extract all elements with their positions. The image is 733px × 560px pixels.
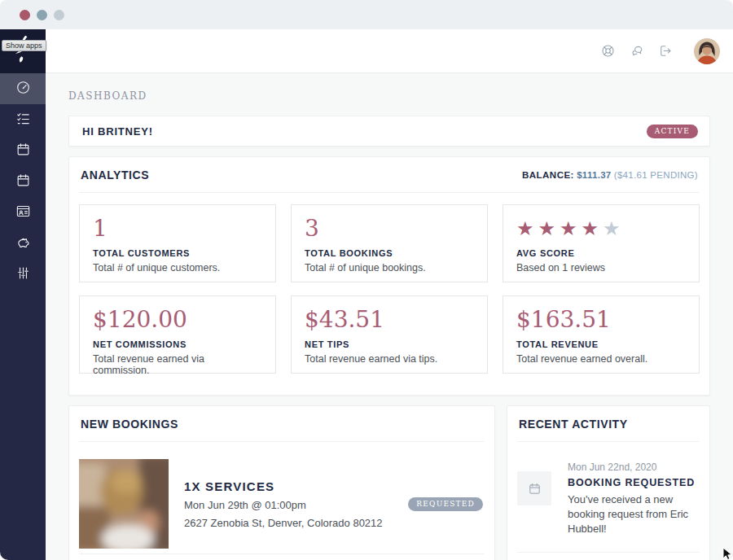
- stat-description: Total revenue earned via tips.: [305, 353, 474, 365]
- star-icon: ★: [516, 219, 534, 238]
- app-logo[interactable]: [0, 29, 46, 73]
- sidebar-item-bookings-list[interactable]: [0, 104, 46, 135]
- activity-message: You've received a new booking request fr…: [568, 492, 700, 536]
- piggy-bank-icon: [15, 234, 31, 253]
- stat-total-revenue: $163.51 TOTAL REVENUE Total revenue earn…: [503, 295, 700, 374]
- activity-item[interactable]: Mon Jun 22nd, 2020 BOOKING REQUESTED You…: [517, 462, 700, 553]
- stat-value: 3: [305, 215, 474, 243]
- speedometer-icon: [15, 80, 31, 98]
- recent-activity-panel: RECENT ACTIVITY Mon Jun 22nd, 2020 BOOKI…: [507, 405, 710, 560]
- sidebar-item-contacts[interactable]: [0, 197, 46, 228]
- window-titlebar: [0, 0, 733, 29]
- stat-description: Total revenue earned via commission.: [93, 353, 262, 376]
- minimize-window-button[interactable]: [37, 10, 47, 20]
- chat-icon[interactable]: [629, 43, 644, 59]
- greeting-title: HI BRITNEY!: [82, 125, 153, 138]
- stat-value: $43.51: [305, 306, 474, 334]
- calendar-icon: [517, 471, 551, 505]
- star-rating: ★★★★★: [516, 215, 686, 243]
- logout-icon[interactable]: [657, 43, 673, 59]
- mouse-cursor: [722, 547, 733, 560]
- dashboard-content: DASHBOARD HI BRITNEY! ACTIVE ANALYTICS B…: [46, 73, 733, 560]
- sidebar: Show apps: [0, 29, 46, 560]
- stat-description: Total # of unique customers.: [93, 262, 262, 273]
- stat-value: 1: [93, 215, 262, 243]
- sidebar-item-schedule[interactable]: [0, 166, 46, 197]
- booking-photo: [79, 459, 169, 549]
- stat-value: $120.00: [93, 306, 262, 334]
- booking-service-name: 1X SERVICES: [184, 479, 408, 493]
- sidebar-item-preferences[interactable]: [0, 259, 46, 290]
- maximize-window-button[interactable]: [54, 10, 64, 20]
- stat-label: TOTAL BOOKINGS: [305, 248, 474, 258]
- calendar-icon: [15, 142, 31, 160]
- stat-label: NET TIPS: [305, 339, 474, 349]
- stat-avg-score: ★★★★★ AVG SCORE Based on 1 reviews: [503, 204, 700, 282]
- stat-value: $163.51: [516, 306, 686, 334]
- stat-net-commissions: $120.00 NET COMMISSIONS Total revenue ea…: [79, 295, 276, 374]
- new-bookings-title: NEW BOOKINGS: [79, 406, 485, 442]
- sliders-icon: [15, 265, 31, 284]
- sidebar-item-calendar[interactable]: [0, 135, 46, 166]
- stat-net-tips: $43.51 NET TIPS Total revenue earned via…: [291, 295, 488, 374]
- breadcrumb: DASHBOARD: [68, 90, 710, 102]
- top-header-bar: [46, 29, 733, 73]
- analytics-panel: ANALYTICS BALANCE: $111.37 ($41.61 PENDI…: [68, 156, 710, 396]
- sidebar-item-earnings[interactable]: [0, 228, 46, 259]
- calendar-icon: [15, 173, 31, 191]
- status-badge: ACTIVE: [647, 125, 698, 138]
- sidebar-item-dashboard[interactable]: [0, 73, 46, 104]
- booking-address: 2627 Zenobia St, Denver, Colorado 80212: [184, 517, 408, 529]
- show-apps-tooltip: Show apps: [2, 40, 46, 51]
- activity-date: Mon Jun 22nd, 2020: [568, 462, 700, 473]
- avatar[interactable]: [694, 38, 720, 64]
- balance-label: BALANCE:: [522, 170, 574, 180]
- balance-pending: ($41.61 PENDING): [614, 170, 698, 180]
- new-bookings-panel: NEW BOOKINGS: [68, 405, 495, 560]
- stat-description: Total # of unique bookings.: [305, 262, 474, 273]
- stat-label: TOTAL REVENUE: [516, 339, 686, 349]
- checklist-icon: [15, 111, 31, 129]
- balance-amount[interactable]: $111.37: [577, 170, 611, 180]
- stats-grid: 1 TOTAL CUSTOMERS Total # of unique cust…: [79, 204, 700, 374]
- stat-total-bookings: 3 TOTAL BOOKINGS Total # of unique booki…: [291, 204, 488, 282]
- stat-label: TOTAL CUSTOMERS: [93, 248, 262, 258]
- analytics-title: ANALYTICS: [81, 168, 149, 182]
- stat-label: AVG SCORE: [516, 248, 686, 258]
- greeting-card: HI BRITNEY! ACTIVE: [68, 116, 710, 147]
- id-card-icon: [15, 203, 31, 222]
- booking-status-badge: REQUESTED: [408, 497, 483, 511]
- booking-datetime: Mon Jun 29th @ 01:00pm: [184, 499, 408, 511]
- star-icon: ★: [582, 219, 599, 238]
- stat-total-customers: 1 TOTAL CUSTOMERS Total # of unique cust…: [79, 204, 276, 282]
- star-icon: ★: [538, 219, 556, 238]
- star-icon: ★: [560, 219, 577, 238]
- close-window-button[interactable]: [20, 10, 30, 20]
- star-icon: ★: [603, 219, 621, 238]
- stat-description: Based on 1 reviews: [516, 262, 686, 273]
- app-window: Show apps: [0, 0, 733, 560]
- recent-activity-title: RECENT ACTIVITY: [517, 406, 700, 442]
- help-icon[interactable]: [600, 43, 616, 59]
- stat-label: NET COMMISSIONS: [93, 339, 262, 349]
- balance: BALANCE: $111.37 ($41.61 PENDING): [522, 170, 698, 180]
- stat-description: Total revenue earned overall.: [516, 353, 686, 365]
- booking-list-item[interactable]: 1X SERVICES Mon Jun 29th @ 01:00pm 2627 …: [79, 459, 485, 554]
- activity-title: BOOKING REQUESTED: [568, 477, 700, 488]
